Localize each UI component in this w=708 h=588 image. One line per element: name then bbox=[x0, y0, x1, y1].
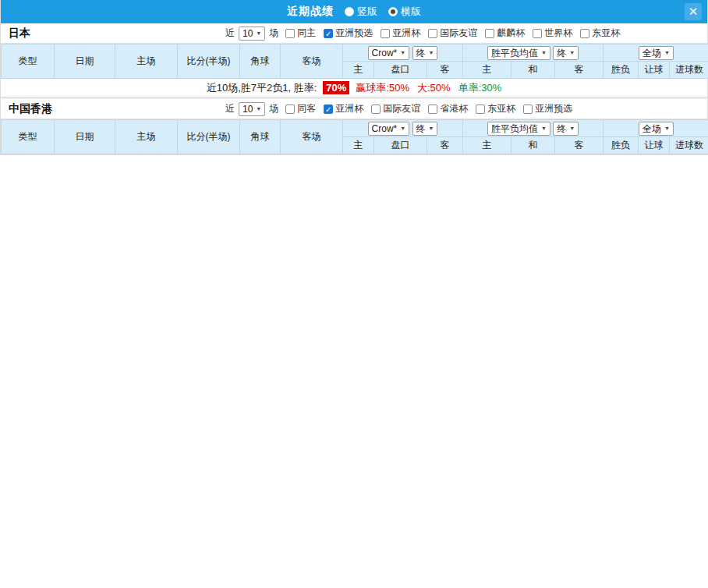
chevron-down-icon: ▼ bbox=[256, 28, 261, 39]
filter-checkbox[interactable]: 世界杯 bbox=[533, 27, 572, 40]
filter-label: 亚洲预选 bbox=[335, 27, 373, 40]
wdl-group-header: 胜平负均值▼ 终▼ bbox=[463, 44, 604, 62]
filter-checkbox[interactable]: 同客 bbox=[285, 102, 316, 115]
odds-source-select[interactable]: Crow*▼ bbox=[368, 46, 410, 60]
col-score: 比分(半场) bbox=[178, 120, 240, 154]
filter-label: 国际友谊 bbox=[383, 102, 420, 115]
col-odds-home: 主 bbox=[343, 62, 374, 79]
filter-label: 亚洲预选 bbox=[535, 102, 572, 115]
filter-controls: 近 10▼ 场 同主✓亚洲预选亚洲杯国际友谊麒麟杯世界杯东亚杯 bbox=[225, 27, 620, 41]
near-count-select[interactable]: 10▼ bbox=[239, 27, 265, 41]
filter-label: 东亚杯 bbox=[487, 102, 515, 115]
checkbox-icon bbox=[371, 104, 381, 114]
col-away: 客场 bbox=[281, 44, 343, 79]
radio-unselected-icon bbox=[345, 7, 354, 16]
col-handicap: 盘口 bbox=[374, 62, 427, 79]
wdl-final-select[interactable]: 终▼ bbox=[553, 46, 579, 60]
matches-table-japan: 类型 日期 主场 比分(半场) 角球 客场 Crow*▼ 终▼ 胜平负均值▼ 终… bbox=[1, 44, 708, 79]
summary-stat: 单率:30% bbox=[458, 81, 502, 95]
scope-group-header: 全场▼ bbox=[604, 120, 708, 137]
filter-checkbox[interactable]: 东亚杯 bbox=[476, 102, 515, 115]
odds-group-header: Crow*▼ 终▼ bbox=[343, 44, 463, 62]
section-header-japan: 日本 近 10▼ 场 同主✓亚洲预选亚洲杯国际友谊麒麟杯世界杯东亚杯 bbox=[1, 23, 707, 44]
col-wdl-draw: 和 bbox=[512, 62, 555, 79]
scope-select[interactable]: 全场▼ bbox=[639, 46, 674, 60]
filter-checkbox[interactable]: 省港杯 bbox=[428, 102, 468, 115]
chevron-down-icon: ▼ bbox=[400, 123, 405, 134]
checkbox-checked-icon: ✓ bbox=[324, 29, 333, 38]
col-wdl-home: 主 bbox=[463, 62, 512, 79]
checkbox-icon bbox=[285, 104, 295, 114]
wdl-final-select[interactable]: 终▼ bbox=[553, 122, 579, 136]
radio-selected-icon bbox=[388, 7, 398, 16]
competition-filters: 同客✓亚洲杯国际友谊省港杯东亚杯亚洲预选 bbox=[285, 102, 572, 115]
section-header-hongkong: 中国香港 近 10▼ 场 同客✓亚洲杯国际友谊省港杯东亚杯亚洲预选 bbox=[1, 99, 707, 119]
col-date: 日期 bbox=[55, 44, 115, 79]
odds-final-select[interactable]: 终▼ bbox=[412, 122, 438, 136]
col-date: 日期 bbox=[55, 120, 115, 154]
chevron-down-icon: ▼ bbox=[541, 123, 547, 134]
col-away: 客场 bbox=[281, 120, 343, 154]
chevron-down-icon: ▼ bbox=[569, 48, 575, 58]
summary-stats: 赢球率:50%大:50%单率:30% bbox=[356, 81, 501, 95]
filter-checkbox[interactable]: ✓亚洲预选 bbox=[324, 27, 373, 40]
scope-group-header: 全场▼ bbox=[604, 44, 708, 62]
col-wdl-home: 主 bbox=[463, 137, 512, 154]
odds-source-select[interactable]: Crow*▼ bbox=[368, 122, 410, 136]
col-wdl-away: 客 bbox=[555, 62, 604, 79]
col-result: 胜负 bbox=[604, 137, 639, 154]
team-name: 日本 bbox=[1, 27, 225, 41]
filter-checkbox[interactable]: 东亚杯 bbox=[580, 27, 620, 40]
match-summary: 近10场,胜7平2负1, 胜率: 70% 赢球率:50%大:50%单率:30% bbox=[1, 79, 707, 97]
filter-label: 同客 bbox=[297, 102, 316, 115]
chevron-down-icon: ▼ bbox=[541, 48, 547, 58]
odds-group-header: Crow*▼ 终▼ bbox=[343, 120, 463, 137]
layout-option-horizontal-label: 横版 bbox=[401, 5, 421, 19]
col-goals: 进球数 bbox=[670, 137, 708, 154]
near-count-select[interactable]: 10▼ bbox=[239, 102, 265, 116]
filter-checkbox[interactable]: 国际友谊 bbox=[371, 102, 420, 115]
filter-checkbox[interactable]: 同主 bbox=[285, 27, 316, 40]
chevron-down-icon: ▼ bbox=[400, 48, 405, 58]
layout-option-vertical[interactable]: 竖版 bbox=[345, 5, 377, 19]
close-icon[interactable]: ✕ bbox=[685, 3, 702, 20]
odds-final-select[interactable]: 终▼ bbox=[412, 46, 438, 60]
summary-stat: 大:50% bbox=[417, 81, 451, 95]
filter-checkbox[interactable]: 亚洲杯 bbox=[381, 27, 420, 40]
col-handicap-result: 让球 bbox=[639, 137, 670, 154]
filter-checkbox[interactable]: ✓亚洲杯 bbox=[324, 102, 363, 115]
layout-option-horizontal[interactable]: 横版 bbox=[388, 5, 421, 19]
filter-label: 世界杯 bbox=[544, 27, 572, 40]
col-home: 主场 bbox=[115, 120, 178, 154]
filter-label: 省港杯 bbox=[440, 102, 468, 115]
chevron-down-icon: ▼ bbox=[569, 123, 575, 134]
filter-label: 亚洲杯 bbox=[392, 27, 420, 40]
col-handicap: 盘口 bbox=[374, 137, 427, 154]
layout-option-vertical-label: 竖版 bbox=[357, 5, 377, 19]
checkbox-icon bbox=[428, 29, 437, 38]
col-home: 主场 bbox=[115, 44, 178, 79]
team-name: 中国香港 bbox=[1, 102, 225, 116]
win-rate-badge: 70% bbox=[323, 81, 349, 94]
checkbox-icon bbox=[523, 104, 533, 114]
checkbox-icon bbox=[381, 29, 390, 38]
col-odds-away: 客 bbox=[427, 62, 463, 79]
col-type: 类型 bbox=[2, 120, 55, 154]
wdl-group-header: 胜平负均值▼ 终▼ bbox=[463, 120, 604, 137]
checkbox-icon bbox=[476, 104, 485, 114]
filter-checkbox[interactable]: 麒麟杯 bbox=[485, 27, 525, 40]
recent-results-panel: 近期战绩 竖版 横版 ✕ 日本 近 10▼ 场 同主✓亚洲预选亚洲杯国际友谊麒麟… bbox=[0, 0, 708, 155]
scope-select[interactable]: 全场▼ bbox=[639, 122, 674, 136]
near-label: 近 bbox=[225, 102, 235, 115]
competition-filters: 同主✓亚洲预选亚洲杯国际友谊麒麟杯世界杯东亚杯 bbox=[285, 27, 620, 40]
wdl-source-select[interactable]: 胜平负均值▼ bbox=[487, 46, 550, 60]
filter-label: 同主 bbox=[297, 27, 316, 40]
filter-label: 国际友谊 bbox=[440, 27, 477, 40]
filter-controls: 近 10▼ 场 同客✓亚洲杯国际友谊省港杯东亚杯亚洲预选 bbox=[225, 102, 572, 116]
wdl-source-select[interactable]: 胜平负均值▼ bbox=[487, 122, 550, 136]
chevron-down-icon: ▼ bbox=[664, 48, 670, 58]
filter-checkbox[interactable]: 亚洲预选 bbox=[523, 102, 572, 115]
filter-checkbox[interactable]: 国际友谊 bbox=[428, 27, 477, 40]
col-corner: 角球 bbox=[240, 44, 281, 79]
chevron-down-icon: ▼ bbox=[429, 48, 434, 58]
